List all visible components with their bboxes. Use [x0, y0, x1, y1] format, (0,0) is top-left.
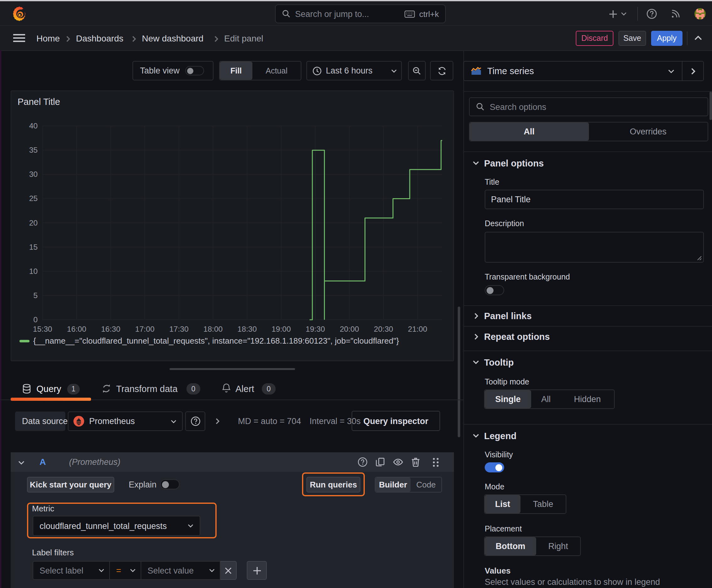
svg-text:10: 10: [29, 267, 38, 275]
svg-text:20:00: 20:00: [340, 325, 359, 333]
svg-text:19:00: 19:00: [272, 325, 291, 333]
svg-text:17:00: 17:00: [135, 325, 155, 333]
svg-text:17:30: 17:30: [169, 325, 189, 333]
svg-text:30: 30: [29, 170, 38, 178]
svg-text:18:30: 18:30: [237, 325, 257, 333]
svg-text:35: 35: [29, 146, 38, 154]
svg-text:18:00: 18:00: [203, 325, 223, 333]
svg-text:16:00: 16:00: [67, 325, 86, 333]
svg-text:20:30: 20:30: [374, 325, 393, 333]
svg-text:5: 5: [33, 291, 38, 300]
svg-text:19:30: 19:30: [306, 325, 325, 333]
svg-text:0: 0: [33, 315, 38, 324]
svg-text:20: 20: [29, 218, 38, 227]
svg-text:15: 15: [29, 243, 38, 251]
svg-text:16:30: 16:30: [101, 325, 121, 333]
svg-text:21:00: 21:00: [408, 325, 427, 333]
svg-text:40: 40: [29, 122, 38, 130]
svg-text:15:30: 15:30: [33, 325, 52, 333]
svg-text:25: 25: [29, 194, 38, 203]
